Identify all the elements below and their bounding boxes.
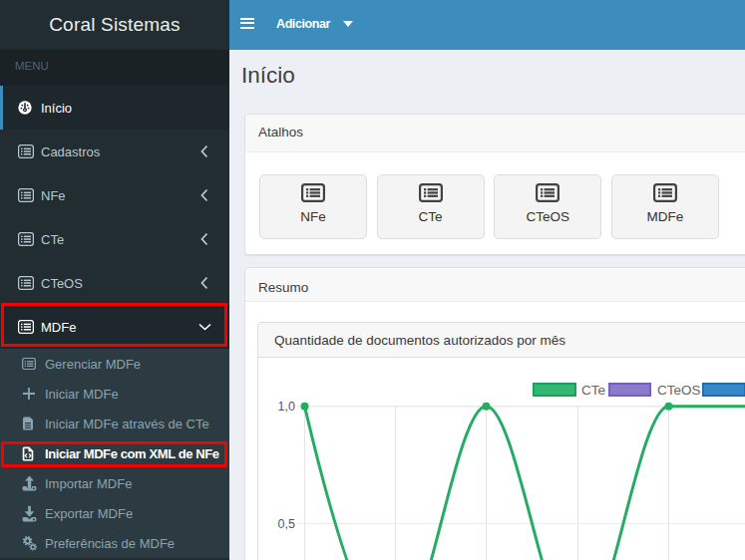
svg-text:0,5: 0,5 bbox=[278, 517, 295, 531]
svg-text:CTeOS: CTeOS bbox=[657, 383, 701, 398]
svg-text:1,0: 1,0 bbox=[278, 400, 295, 414]
svg-text:CTe: CTe bbox=[581, 383, 605, 398]
